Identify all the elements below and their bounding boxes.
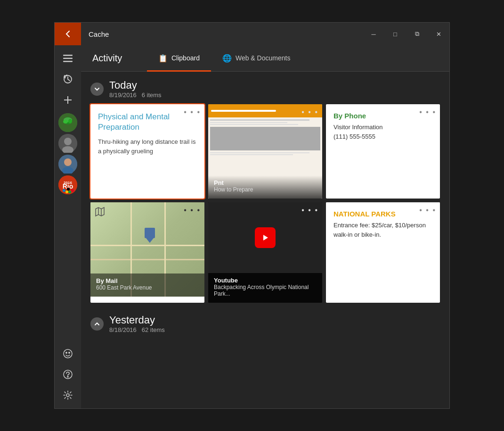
today-meta: 8/19/2016 6 items [109,91,162,99]
yesterday-toggle[interactable] [90,317,104,331]
scroll-content[interactable]: Today 8/19/2016 6 items • • • Physical a… [81,72,449,408]
card-6-title: NATIONAL PARKS [333,210,432,218]
today-title-group: Today 8/19/2016 6 items [109,79,162,99]
svg-rect-2 [63,61,73,62]
help-button[interactable] [58,365,77,384]
card-3-info-content: By Phone Visitor Information(111) 555-55… [326,104,440,199]
avatar-1[interactable] [58,113,77,132]
svg-point-9 [63,120,68,124]
sidebar: Rio 2016 [55,45,81,408]
card-2-overlay: Pnt How to Prepare [208,175,322,199]
tab-clipboard[interactable]: 📋 Clipboard [147,46,211,72]
history-button[interactable] [58,70,77,89]
card-6-body: Entrance fee: $25/car, $10/person walk-i… [333,221,432,239]
card-2-dots[interactable]: • • • [301,108,318,116]
minimize-button[interactable]: ─ [363,23,384,45]
svg-point-22 [68,191,71,193]
snap-button[interactable]: ⧉ [406,23,428,45]
emoji-button[interactable] [58,344,77,363]
card-6-info-content: NATIONAL PARKS Entrance fee: $25/car, $1… [326,202,440,297]
svg-point-20 [63,189,65,192]
main-layout: Rio 2016 [55,45,449,408]
avatar-3[interactable] [58,155,77,174]
web-tab-label: Web & Documents [236,54,290,62]
card-5-title: Youtube [214,277,317,284]
yesterday-label: Yesterday [109,314,165,326]
svg-point-10 [68,119,72,124]
settings-button[interactable] [58,386,77,405]
hamburger-menu-button[interactable] [58,49,77,68]
card-5-dots[interactable]: • • • [301,206,318,215]
yesterday-meta: 8/18/2016 62 items [109,326,165,333]
clipboard-icon: 📋 [158,54,168,63]
card-4-title: By Mail [96,277,199,284]
card-4-map: • • • [90,202,204,297]
titlebar: Cache ─ □ ⧉ ✕ [55,23,449,45]
card-3-body: Visitor Information(111) 555-5555 [333,123,432,141]
card-2-title: Pnt [214,179,317,186]
card-4-dots[interactable]: • • • [184,206,201,215]
card-image-1[interactable]: • • • [208,104,322,199]
card-3-dots[interactable]: • • • [419,108,436,116]
today-toggle[interactable] [90,83,104,96]
card-6-dots[interactable]: • • • [419,206,436,215]
card-video-1[interactable]: • • • Youtube Backpacking Acro [208,202,322,303]
svg-point-15 [64,158,72,166]
svg-rect-1 [63,58,73,59]
window-controls: ─ □ ⧉ ✕ [363,23,449,45]
svg-point-27 [69,352,70,353]
card-3-title: By Phone [333,112,432,120]
card-2-subtitle: How to Prepare [214,186,317,193]
card-1-title: Physical and Mental Preparation [98,112,197,133]
card-text-1[interactable]: • • • Physical and Mental Preparation Th… [90,104,204,199]
avatar-2[interactable] [58,134,77,153]
add-button[interactable] [58,91,77,109]
app-window: Cache ─ □ ⧉ ✕ [54,22,450,409]
yesterday-section-header: Yesterday 8/18/2016 62 items [90,314,440,333]
card-5-subtitle: Backpacking Across Olympic National Park… [214,284,317,297]
svg-point-23 [71,189,74,192]
today-label: Today [109,79,162,91]
cards-grid: • • • Physical and Mental Preparation Th… [90,104,440,303]
svg-point-26 [66,352,67,353]
card-5-overlay: Youtube Backpacking Across Olympic Natio… [208,273,322,303]
maximize-button[interactable]: □ [384,23,406,45]
yesterday-title-group: Yesterday 8/18/2016 62 items [109,314,165,333]
svg-point-25 [64,349,72,358]
window-title: Cache [81,30,363,38]
card-info-1[interactable]: • • • By Phone Visitor Information(111) … [326,104,440,199]
svg-point-30 [66,394,69,397]
svg-point-12 [64,138,72,145]
svg-rect-0 [63,55,73,56]
svg-text:2016: 2016 [64,181,72,185]
today-section-header: Today 8/19/2016 6 items [90,79,440,99]
card-5-video: • • • Youtube Backpacking Acro [208,202,322,303]
card-1-dots[interactable]: • • • [184,108,201,116]
svg-point-29 [67,376,68,377]
svg-rect-5 [64,99,72,100]
card-info-2[interactable]: • • • NATIONAL PARKS Entrance fee: $25/c… [326,202,440,303]
back-button[interactable] [55,23,81,45]
card-4-overlay: By Mail 600 East Park Avenue [90,274,204,297]
activity-title: Activity [81,45,147,71]
card-4-subtitle: 600 East Park Avenue [96,284,199,291]
svg-point-21 [65,191,68,193]
content-area: Activity 📋 Clipboard 🌐 Web & Documents [81,45,449,408]
tabbar: Activity 📋 Clipboard 🌐 Web & Documents [81,45,449,72]
web-icon: 🌐 [222,54,232,63]
play-button[interactable] [255,227,276,248]
card-1-body: Thru-hiking any long distance trail is a… [98,137,197,156]
close-button[interactable]: ✕ [428,23,449,45]
tab-web-documents[interactable]: 🌐 Web & Documents [211,46,301,72]
svg-point-24 [67,188,70,191]
clipboard-tab-label: Clipboard [171,54,200,62]
card-map-1[interactable]: • • • [90,202,204,303]
avatar-4[interactable]: Rio 2016 [58,175,77,194]
